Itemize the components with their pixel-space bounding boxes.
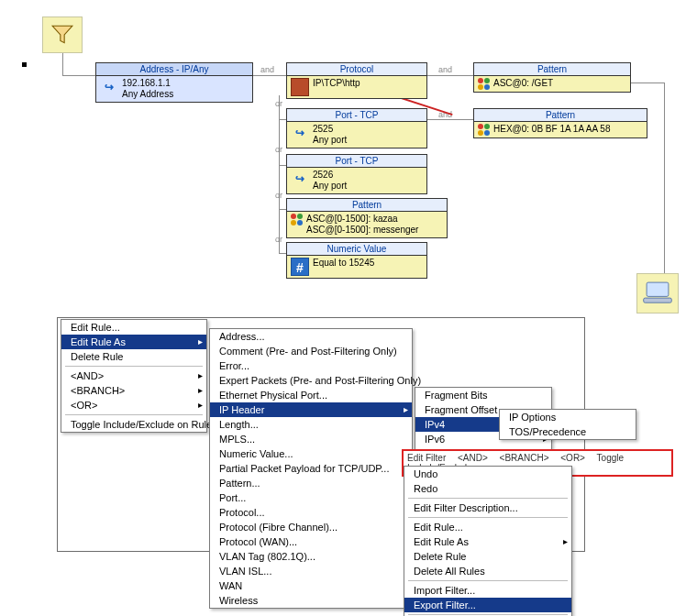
endpoint-laptop-icon[interactable] [636,273,679,314]
menu-item[interactable]: Comment (Pre- and Post-Filtering Only) [210,344,412,358]
menu-item[interactable]: IP Options [500,410,636,424]
menu-item[interactable]: Edit Rule As [404,534,571,549]
menu-item[interactable]: Port... [210,490,412,505]
node-text: Equal to 15245 [313,258,374,269]
hash-icon: # [291,258,309,276]
node-port-2526[interactable]: Port - TCP ↪ 2526 Any port [286,154,427,194]
menu-item[interactable]: Ethernet Physical Port... [210,388,412,402]
protocol-icon [291,78,309,96]
context-menu-main[interactable]: Edit Rule...Edit Rule AsDelete Rule<AND>… [61,319,207,433]
menu-item[interactable]: Delete Rule [404,549,571,564]
menu-item[interactable]: Address... [210,329,412,344]
menu-item[interactable]: VLAN ISL... [210,564,412,578]
submenu-ipv4[interactable]: IP OptionsTOS/Precedence [499,409,636,440]
pattern-icon [291,214,303,226]
filter-funnel-icon[interactable] [42,16,83,53]
menu-item[interactable]: Edit Rule... [61,320,206,335]
menu-item[interactable]: Protocol (Fibre Channel)... [210,520,412,534]
node-address[interactable]: Address - IP/Any ↪ 192.168.1.1 Any Addre… [95,62,253,103]
menu-item[interactable]: Import Filter... [404,583,571,598]
node-title: Pattern [287,199,447,212]
node-text: ASC@0: /GET [493,78,553,89]
connector [427,119,473,120]
menu-item[interactable]: Toggle Include/Exclude on Rule [61,417,206,432]
menu-item[interactable]: TOS/Precedence [500,424,636,439]
connector [62,53,63,75]
submenu-editruleas[interactable]: Address...Comment (Pre- and Post-Filteri… [209,328,413,609]
menu-item[interactable]: Delete Rule [61,349,206,364]
menu-separator [408,498,568,499]
pattern-icon [478,78,490,90]
node-numeric[interactable]: Numeric Value # Equal to 15245 [286,242,427,279]
menu-separator [65,414,203,415]
svg-rect-1 [644,298,672,302]
menu-item[interactable]: VLAN Tag (802.1Q)... [210,549,412,564]
menu-item[interactable]: Undo [404,467,571,481]
bullet [22,62,27,67]
menu-item[interactable]: Protocol (WAN)... [210,534,412,549]
menu-item[interactable]: Wireless [210,593,412,608]
connector [427,75,473,76]
node-pattern-hex[interactable]: Pattern HEX@0: 0B BF 1A 1A AA 58 [473,108,647,138]
node-title: Pattern [474,63,630,76]
menu-item[interactable]: Pattern... [210,476,412,490]
node-text: 2526 Any port [313,170,347,192]
menu-item[interactable]: Edit Rule As [61,335,206,349]
arrow-icon: ↪ [291,124,309,142]
tb-branch[interactable]: <BRANCH> [500,453,549,463]
or-label: or [275,235,282,244]
node-pattern-get[interactable]: Pattern ASC@0: /GET [473,62,631,93]
node-title: Protocol [287,63,426,76]
menu-item[interactable]: Export Filter... [404,598,571,612]
node-port-2525[interactable]: Port - TCP ↪ 2525 Any port [286,108,427,148]
menu-item[interactable]: Edit Filter Description... [404,500,571,515]
menu-item[interactable]: Redo [404,481,571,496]
node-title: Port - TCP [287,109,426,122]
menu-item[interactable]: MPLS... [210,432,412,446]
connector [664,82,665,275]
menu-item[interactable]: IP Header [210,402,412,417]
or-label: or [275,99,282,108]
node-title: Numeric Value [287,243,426,256]
pattern-icon [478,124,490,136]
or-label: or [275,145,282,154]
connector [631,82,664,83]
node-text: IP\TCP\http [313,78,360,89]
node-pattern-kazaa[interactable]: Pattern ASC@[0-1500]: kazaa ASC@[0-1500]… [286,198,448,238]
menu-item[interactable]: <BRANCH> [61,383,206,398]
arrow-icon: ↪ [100,78,118,96]
menu-separator [408,580,568,581]
menu-item[interactable]: WAN [210,578,412,593]
tb-and[interactable]: <AND> [458,453,488,463]
and-label: and [438,65,452,74]
menu-separator [65,366,203,367]
connector [62,75,95,76]
node-text: 192.168.1.1 Any Address [122,78,173,100]
node-protocol[interactable]: Protocol IP\TCP\http [286,62,427,99]
canvas: and and and or or or or Address - IP/Any… [0,0,686,616]
menu-item[interactable]: Delete All Rules [404,564,571,578]
or-label: or [275,191,282,200]
menu-item[interactable]: Edit Rule... [404,520,571,534]
node-text: ASC@[0-1500]: kazaa ASC@[0-1500]: messen… [306,214,418,236]
connector [253,75,286,76]
menu-item[interactable]: <AND> [61,368,206,383]
menu-item[interactable]: Protocol... [210,505,412,520]
context-menu-secondary[interactable]: UndoRedoEdit Filter Description...Edit R… [404,466,572,616]
tb-editfilter[interactable]: Edit Filter [407,453,446,463]
node-text: 2525 Any port [313,124,347,146]
menu-item[interactable]: Expert Packets (Pre- and Post-Filtering … [210,373,412,388]
menu-item[interactable]: Partial Packet Payload for TCP/UDP... [210,461,412,476]
and-label: and [260,65,274,74]
node-text: HEX@0: 0B BF 1A 1A AA 58 [493,124,610,135]
svg-rect-0 [647,282,669,296]
menu-item[interactable]: Error... [210,358,412,373]
tb-or[interactable]: <OR> [560,453,585,463]
arrow-icon: ↪ [291,170,309,188]
menu-item[interactable]: Fragment Bits [415,388,551,402]
menu-item[interactable]: Length... [210,417,412,432]
menu-separator [408,517,568,518]
node-title: Port - TCP [287,155,426,168]
menu-item[interactable]: <OR> [61,398,206,412]
menu-item[interactable]: Numeric Value... [210,446,412,461]
